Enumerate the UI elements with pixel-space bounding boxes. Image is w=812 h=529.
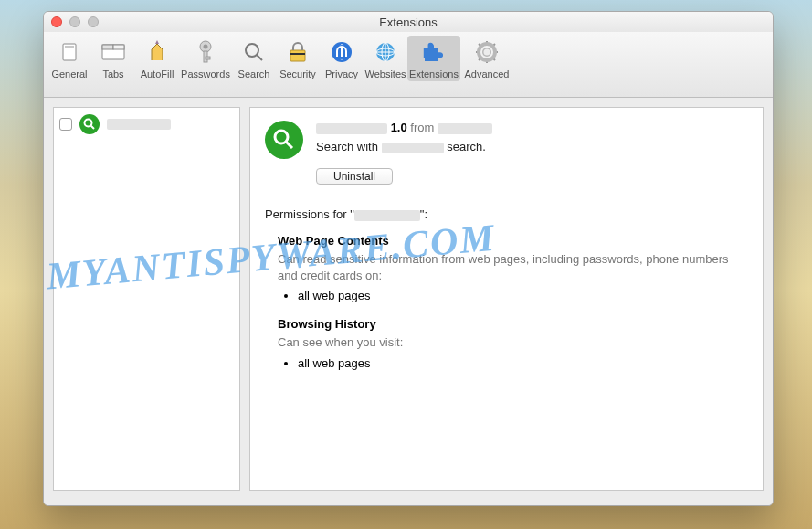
- extension-description: Search with search.: [316, 140, 748, 153]
- extension-desc-redacted: [382, 143, 444, 153]
- svg-rect-3: [102, 45, 113, 49]
- permission-block-web-page-contents: Web Page Contents Can read sensitive inf…: [278, 234, 748, 302]
- privacy-icon: [329, 39, 354, 65]
- tab-label: AutoFill: [141, 69, 174, 79]
- extension-enable-checkbox[interactable]: [59, 118, 72, 131]
- extension-name-redacted: [107, 119, 171, 130]
- tab-advanced[interactable]: Advanced: [460, 36, 513, 81]
- extension-vendor-redacted: [438, 123, 492, 134]
- websites-icon: [373, 39, 398, 65]
- extension-icon-large: [265, 121, 303, 159]
- extension-title-line: 1.0 from: [316, 121, 748, 134]
- search-icon: [241, 39, 267, 65]
- tab-label: Tabs: [102, 69, 123, 79]
- tab-security[interactable]: Security: [276, 36, 320, 81]
- svg-line-34: [286, 142, 292, 148]
- permission-heading: Browsing History: [278, 317, 748, 331]
- tab-passwords[interactable]: Passwords: [179, 36, 232, 81]
- extension-name-redacted: [316, 123, 387, 134]
- tab-autofill[interactable]: AutoFill: [135, 36, 179, 81]
- extension-detail-panel: 1.0 from Search with search. Uninstall P…: [249, 107, 764, 491]
- svg-rect-8: [206, 57, 210, 59]
- tab-search[interactable]: Search: [232, 36, 276, 81]
- svg-point-31: [85, 120, 92, 127]
- preferences-toolbar: General Tabs AutoFill Passwords Search: [44, 32, 773, 98]
- extension-list-item[interactable]: [58, 112, 236, 136]
- tab-tabs[interactable]: Tabs: [91, 36, 135, 81]
- tab-label: Advanced: [465, 69, 510, 79]
- svg-point-9: [246, 44, 258, 57]
- tab-label: Privacy: [325, 69, 358, 79]
- permission-list-item: all web pages: [298, 289, 748, 302]
- permission-heading: Web Page Contents: [278, 234, 748, 248]
- permission-list-item: all web pages: [298, 356, 748, 370]
- permissions-section: Permissions for "": Web Page Contents Ca…: [250, 196, 763, 396]
- svg-point-33: [275, 131, 288, 143]
- tab-label: Security: [279, 69, 316, 79]
- svg-rect-11: [290, 50, 305, 61]
- extensions-sidebar: [53, 107, 240, 491]
- tab-websites[interactable]: Websites: [364, 36, 407, 81]
- tabs-icon: [100, 39, 126, 65]
- svg-line-32: [91, 126, 95, 130]
- advanced-icon: [474, 39, 500, 65]
- permission-text: Can see when you visit:: [278, 334, 748, 351]
- autofill-icon: [144, 39, 170, 65]
- extension-header: 1.0 from Search with search. Uninstall: [250, 108, 763, 196]
- window-title: Extensions: [44, 16, 773, 29]
- permissions-title: Permissions for "":: [265, 207, 748, 221]
- extension-icon: [79, 114, 100, 134]
- svg-line-10: [257, 55, 262, 60]
- tab-label: Websites: [364, 69, 406, 79]
- permissions-name-redacted: [354, 210, 420, 221]
- svg-point-30: [484, 49, 490, 56]
- titlebar: Extensions: [44, 12, 773, 32]
- preferences-window: Extensions General Tabs AutoFill Passwor…: [43, 11, 774, 506]
- svg-rect-4: [113, 45, 124, 49]
- security-icon: [285, 39, 311, 65]
- tab-privacy[interactable]: Privacy: [320, 36, 364, 81]
- uninstall-button[interactable]: Uninstall: [316, 168, 393, 185]
- svg-point-6: [204, 45, 208, 49]
- general-icon: [57, 39, 82, 65]
- permission-list: all web pages: [298, 356, 748, 370]
- extensions-icon: [421, 39, 447, 65]
- tab-label: Search: [238, 69, 270, 79]
- tab-label: Extensions: [409, 69, 459, 79]
- tab-general[interactable]: General: [47, 36, 91, 81]
- tab-extensions[interactable]: Extensions: [407, 36, 460, 81]
- content-area: 1.0 from Search with search. Uninstall P…: [44, 98, 773, 505]
- permission-text: Can read sensitive information from web …: [278, 251, 748, 283]
- tab-label: General: [51, 69, 87, 79]
- passwords-icon: [193, 39, 218, 65]
- extension-from-word: from: [410, 121, 434, 134]
- tab-label: Passwords: [181, 69, 230, 79]
- permission-block-browsing-history: Browsing History Can see when you visit:…: [278, 317, 748, 370]
- extension-version: 1.0: [391, 121, 407, 134]
- svg-rect-12: [290, 53, 305, 55]
- svg-rect-1: [65, 46, 74, 48]
- permission-list: all web pages: [298, 289, 748, 302]
